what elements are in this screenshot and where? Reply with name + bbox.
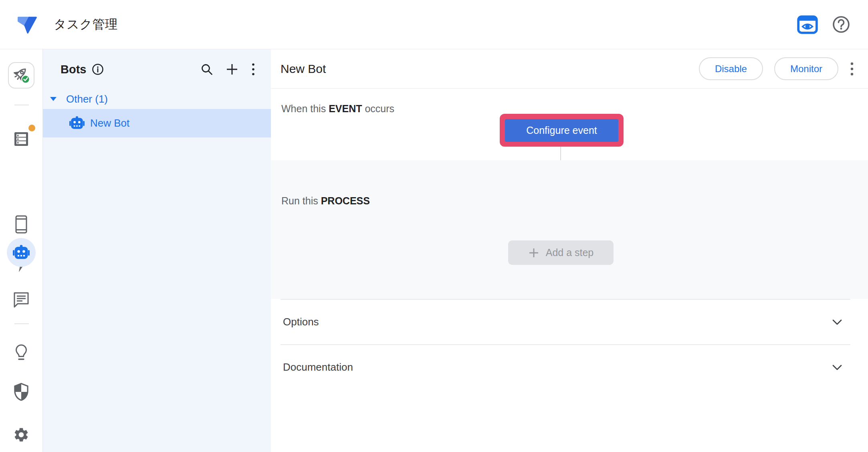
bots-menu-button[interactable] xyxy=(251,63,256,76)
help-button[interactable] xyxy=(832,15,850,34)
add-step-label: Add a step xyxy=(546,247,594,258)
collapse-triangle-icon xyxy=(50,97,57,101)
rail-divider xyxy=(14,323,29,324)
disable-button[interactable]: Disable xyxy=(699,57,763,80)
bots-panel-title: Bots xyxy=(61,63,86,76)
bot-editor-header: New Bot Disable Monitor xyxy=(271,49,868,89)
gear-icon xyxy=(13,426,30,443)
chevron-down-icon xyxy=(832,364,842,371)
add-step-button[interactable]: Add a step xyxy=(508,240,614,265)
annotation-highlight: Configure event xyxy=(500,114,624,147)
sidebar-item-settings[interactable] xyxy=(12,425,31,444)
bots-group-label: Other (1) xyxy=(66,93,108,105)
process-section-label: Run this PROCESS xyxy=(281,195,370,207)
help-icon xyxy=(832,15,850,34)
bot-menu-button[interactable] xyxy=(850,61,854,77)
page-title: New Bot xyxy=(281,62,326,76)
sidebar-item-chat[interactable] xyxy=(12,290,31,309)
bots-group-other[interactable]: Other (1) xyxy=(43,89,271,109)
sidebar-item-ideas[interactable] xyxy=(12,343,31,362)
left-icon-rail xyxy=(0,49,43,452)
bots-panel: Bots xyxy=(43,49,271,452)
rocket-icon xyxy=(12,66,31,85)
chevron-down-icon xyxy=(832,319,842,325)
chat-icon xyxy=(13,292,30,308)
robot-icon xyxy=(13,245,30,260)
bot-list-item-selected[interactable]: New Bot xyxy=(43,109,271,137)
configure-event-button[interactable]: Configure event xyxy=(505,119,618,142)
documentation-label: Documentation xyxy=(283,361,353,373)
event-section-label: When this EVENT occurs xyxy=(281,103,394,115)
kebab-menu-icon xyxy=(850,61,854,77)
monitor-button[interactable]: Monitor xyxy=(774,57,838,80)
options-section-toggle[interactable]: Options xyxy=(271,300,868,344)
sidebar-item-data[interactable] xyxy=(12,129,31,149)
options-label: Options xyxy=(283,316,319,328)
sidebar-item-automation[interactable] xyxy=(7,238,36,267)
window-eye-icon xyxy=(797,14,818,35)
sidebar-item-app[interactable] xyxy=(12,215,31,234)
data-notification-dot xyxy=(28,125,35,131)
kebab-menu-icon xyxy=(251,63,256,76)
sidebar-item-security[interactable] xyxy=(12,382,31,401)
flow-connector-line xyxy=(560,147,561,160)
plus-icon xyxy=(528,247,539,258)
app-window: タスク管理 xyxy=(0,0,868,452)
process-section: Run this PROCESS Add a step xyxy=(271,160,868,299)
shield-icon xyxy=(13,383,29,401)
event-section: When this EVENT occurs Configure event xyxy=(271,89,868,160)
plus-icon xyxy=(225,63,239,76)
app-title: タスク管理 xyxy=(54,16,118,33)
bots-panel-header: Bots xyxy=(43,49,271,89)
rail-divider xyxy=(14,105,29,105)
bot-item-label: New Bot xyxy=(90,117,129,129)
appsheet-logo-icon xyxy=(16,13,38,36)
lightbulb-icon xyxy=(14,344,28,361)
robot-icon xyxy=(69,116,85,130)
documentation-section-toggle[interactable]: Documentation xyxy=(271,345,868,389)
phone-icon xyxy=(15,215,27,234)
bot-editor: New Bot Disable Monitor When this xyxy=(271,49,868,452)
search-icon xyxy=(200,63,213,76)
add-bot-button[interactable] xyxy=(225,63,239,76)
app-preview-button[interactable] xyxy=(797,14,818,35)
info-icon[interactable] xyxy=(92,63,104,75)
database-icon xyxy=(14,131,29,147)
sidebar-item-deploy[interactable] xyxy=(8,62,34,89)
search-bots-button[interactable] xyxy=(200,63,213,76)
top-bar: タスク管理 xyxy=(0,0,868,49)
